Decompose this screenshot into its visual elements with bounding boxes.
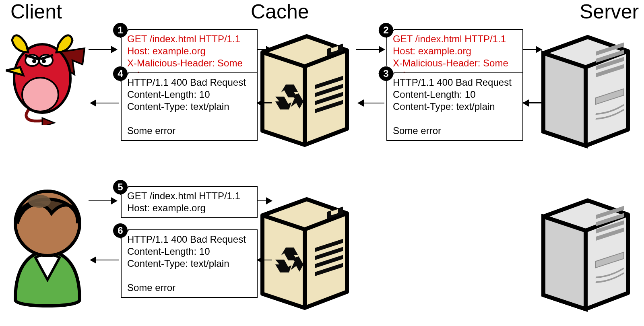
svg-point-6 — [42, 59, 46, 63]
cache-server-bottom-icon — [254, 191, 355, 312]
heading-cache: Cache — [251, 0, 309, 23]
message-6-line-2: Content-Type: text/plain — [127, 258, 251, 270]
heading-client: Client — [10, 0, 62, 23]
message-2-line-1: Host: example.org — [393, 45, 517, 57]
message-3-line-4: Some error — [393, 125, 517, 137]
message-4-line-3 — [127, 113, 251, 125]
arrow-server-to-msg3 — [523, 103, 541, 103]
server-bottom-icon — [535, 192, 636, 313]
message-4-line-4: Some error — [127, 125, 251, 137]
svg-point-2 — [22, 78, 58, 111]
message-1-line-0: GET /index.html HTTP/1.1 — [127, 33, 251, 45]
arrow-client-to-msg1 — [89, 49, 117, 50]
message-6-line-4: Some error — [127, 282, 251, 294]
svg-point-5 — [32, 59, 36, 63]
message-5-box: GET /index.html HTTP/1.1 Host: example.o… — [121, 186, 258, 218]
arrow-msg6-to-user — [91, 260, 119, 260]
heading-server: Server — [580, 0, 639, 23]
arrow-msg1-to-cache — [258, 49, 272, 50]
step-badge-5: 5 — [113, 180, 128, 194]
message-2-line-0: GET /index.html HTTP/1.1 — [393, 33, 517, 45]
arrow-msg3-to-cache — [358, 103, 384, 103]
devil-client-icon — [4, 30, 89, 125]
message-3-line-2: Content-Type: text/plain — [393, 101, 517, 113]
step-badge-4: 4 — [113, 66, 128, 81]
message-3-line-0: HTTP/1.1 400 Bad Request — [393, 76, 517, 89]
message-3-box: HTTP/1.1 400 Bad Request Content-Length:… — [386, 72, 523, 141]
message-4-line-0: HTTP/1.1 400 Bad Request — [127, 76, 251, 89]
arrow-cache-to-msg2 — [356, 49, 384, 50]
message-5-line-0: GET /index.html HTTP/1.1 — [127, 190, 251, 202]
user-client-icon — [7, 179, 88, 312]
message-6-line-0: HTTP/1.1 400 Bad Request — [127, 233, 251, 246]
message-3-line-1: Content-Length: 10 — [393, 89, 517, 101]
arrow-msg4-to-client — [91, 103, 119, 103]
message-6-line-3 — [127, 270, 251, 282]
step-badge-1: 1 — [113, 23, 128, 37]
svg-marker-0 — [42, 118, 54, 125]
message-6-line-1: Content-Length: 10 — [127, 246, 251, 258]
arrow-user-to-msg5 — [89, 200, 117, 201]
arrow-cache-to-msg6 — [258, 260, 272, 260]
message-3-line-3 — [393, 113, 517, 125]
message-4-box: HTTP/1.1 400 Bad Request Content-Length:… — [121, 72, 258, 141]
arrow-cache-out-4-line — [258, 102, 272, 103]
step-badge-3: 3 — [379, 66, 393, 81]
arrow-msg5-to-cache — [258, 200, 272, 201]
message-4-line-2: Content-Type: text/plain — [127, 101, 251, 113]
step-badge-6: 6 — [113, 223, 128, 238]
message-1-line-1: Host: example.org — [127, 45, 251, 57]
message-4-line-1: Content-Length: 10 — [127, 89, 251, 101]
server-top-icon — [535, 29, 636, 150]
arrow-msg2-to-server — [523, 49, 541, 50]
step-badge-2: 2 — [379, 23, 393, 37]
svg-point-9 — [28, 195, 51, 208]
message-5-line-1: Host: example.org — [127, 202, 251, 214]
message-6-box: HTTP/1.1 400 Bad Request Content-Length:… — [121, 229, 258, 298]
